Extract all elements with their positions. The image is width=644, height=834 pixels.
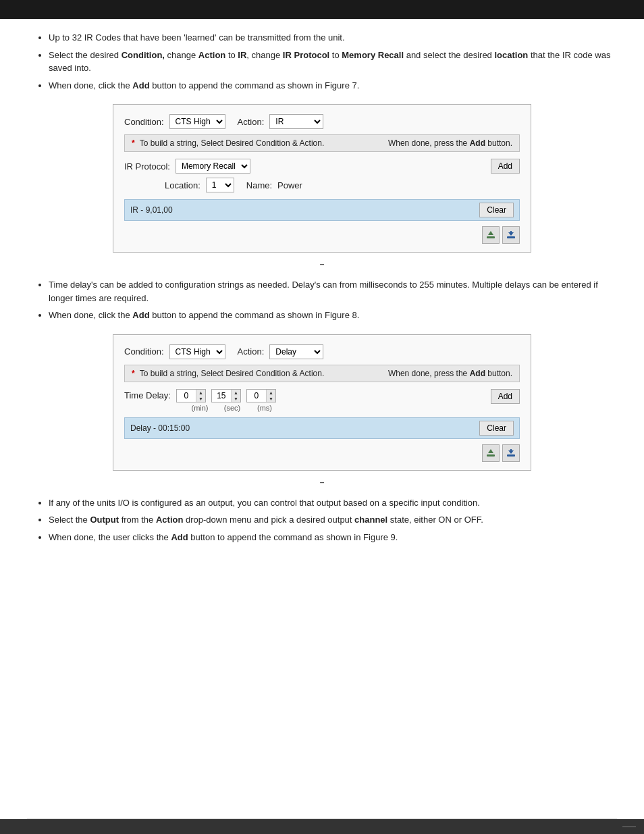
clear-button-2[interactable]: Clear xyxy=(479,421,514,436)
condition-select[interactable]: CTS High xyxy=(169,114,225,129)
main-content: Up to 32 IR Codes that have been 'learne… xyxy=(0,19,644,568)
sec-spinner[interactable]: ▲ ▼ xyxy=(211,389,241,402)
info-right-1: When done, press the Add button. xyxy=(388,138,512,148)
result-text-2: Delay - 00:15:00 xyxy=(130,423,190,433)
ir-protocol-label: IR Protocol: xyxy=(124,161,170,172)
location-name-row: Location: 1 Name: Power xyxy=(165,178,520,192)
sec-arrows: ▲ ▼ xyxy=(231,390,240,402)
time-delay-row: Time Delay: ▲ ▼ ▲ ▼ xyxy=(124,389,279,402)
name-label: Name: xyxy=(246,180,272,190)
info-text-1: * To build a string, Select Desired Cond… xyxy=(132,138,324,148)
info-bar-2: * To build a string, Select Desired Cond… xyxy=(124,365,520,382)
panel-1: Condition: CTS High Action: IR * To buil… xyxy=(113,104,531,253)
ms-spinner[interactable]: ▲ ▼ xyxy=(246,389,276,402)
svg-rect-9 xyxy=(510,449,512,453)
upload-icon-btn-1[interactable] xyxy=(482,226,500,244)
ms-up-arrow[interactable]: ▲ xyxy=(266,390,275,396)
upload-icon xyxy=(485,230,496,240)
action-select[interactable]: IR xyxy=(269,114,323,129)
result-row-1: IR - 9,01,00 Clear xyxy=(124,199,520,221)
min-spinner[interactable]: ▲ ▼ xyxy=(176,389,206,402)
download-icon xyxy=(506,230,516,240)
time-unit-labels: (min) (sec) (ms) xyxy=(185,404,279,412)
figure-label-1: – xyxy=(32,259,612,269)
bullet-item: When done, click the Add button to appen… xyxy=(49,309,612,322)
sec-down-arrow[interactable]: ▼ xyxy=(231,396,240,402)
panel-2: Condition: CTS High Action: Delay * To b… xyxy=(113,334,531,471)
star-icon: * xyxy=(132,138,135,148)
location-select[interactable]: 1 xyxy=(206,178,234,192)
figure-label-2: – xyxy=(32,477,612,487)
condition-select-2[interactable]: CTS High xyxy=(169,344,225,359)
page-bar xyxy=(0,819,644,834)
bullet-item: Time delay's can be added to configurati… xyxy=(49,278,612,305)
ms-input[interactable] xyxy=(247,391,266,400)
icon-row-2 xyxy=(124,444,520,462)
bullet-item: When done, click the Add button to appen… xyxy=(49,79,612,93)
info-text-2: * To build a string, Select Desired Cond… xyxy=(132,369,324,378)
condition-label-2: Condition: xyxy=(124,346,164,357)
add-button-1[interactable]: Add xyxy=(491,159,520,174)
condition-action-row: Condition: CTS High Action: IR xyxy=(124,114,520,129)
svg-rect-2 xyxy=(507,236,515,238)
star-icon-2: * xyxy=(132,369,135,378)
ms-arrows: ▲ ▼ xyxy=(266,390,275,402)
upload-icon-2 xyxy=(485,448,496,459)
time-delay-label: Time Delay: xyxy=(124,390,171,400)
svg-marker-1 xyxy=(488,231,493,235)
min-arrows: ▲ ▼ xyxy=(196,390,205,402)
top-bar xyxy=(0,0,644,19)
sec-input[interactable] xyxy=(212,391,231,400)
svg-rect-4 xyxy=(510,231,512,235)
result-row-2: Delay - 00:15:00 Clear xyxy=(124,417,520,439)
bottom-area xyxy=(0,818,644,834)
svg-rect-5 xyxy=(487,454,495,457)
name-value: Power xyxy=(277,180,302,190)
download-icon-btn-2[interactable] xyxy=(502,444,520,462)
condition-action-row-2: Condition: CTS High Action: Delay xyxy=(124,344,520,359)
bullet-item: When done, the user clicks the Add butto… xyxy=(49,531,612,544)
ir-protocol-select[interactable]: Memory Recall xyxy=(176,159,250,174)
ms-down-arrow[interactable]: ▼ xyxy=(266,396,275,402)
icon-row-1 xyxy=(124,226,520,244)
min-input[interactable] xyxy=(177,391,196,400)
min-down-arrow[interactable]: ▼ xyxy=(196,396,205,402)
time-delay-section: Time Delay: ▲ ▼ ▲ ▼ xyxy=(124,389,279,412)
bullet-list-3: If any of the units I/O is configured as… xyxy=(32,496,612,544)
ms-label: (ms) xyxy=(250,404,279,412)
bullet-list-1: Up to 32 IR Codes that have been 'learne… xyxy=(32,31,612,92)
bullet-item: Select the desired Condition, change Act… xyxy=(49,49,612,75)
info-bar-1: * To build a string, Select Desired Cond… xyxy=(124,134,520,152)
info-right-2: When done, press the Add button. xyxy=(388,369,512,378)
min-label: (min) xyxy=(185,404,215,412)
sec-up-arrow[interactable]: ▲ xyxy=(231,390,240,396)
bullet-item: Select the Output from the Action drop-d… xyxy=(49,513,612,527)
condition-label: Condition: xyxy=(124,117,164,127)
min-up-arrow[interactable]: ▲ xyxy=(196,390,205,396)
clear-button-1[interactable]: Clear xyxy=(479,203,514,217)
bullet-item: Up to 32 IR Codes that have been 'learne… xyxy=(49,31,612,45)
action-select-2[interactable]: Delay xyxy=(269,344,323,359)
sec-label: (sec) xyxy=(217,404,247,412)
bullet-item: If any of the units I/O is configured as… xyxy=(49,496,612,510)
bullet-list-2: Time delay's can be added to configurati… xyxy=(32,278,612,322)
location-label: Location: xyxy=(165,180,200,190)
download-icon-2 xyxy=(506,448,516,459)
page-number xyxy=(622,826,636,827)
result-text-1: IR - 9,01,00 xyxy=(130,205,173,215)
add-button-2[interactable]: Add xyxy=(491,389,520,404)
svg-rect-7 xyxy=(507,454,515,457)
action-label-2: Action: xyxy=(238,346,265,357)
upload-icon-btn-2[interactable] xyxy=(482,444,500,462)
download-icon-btn-1[interactable] xyxy=(502,226,520,244)
action-label: Action: xyxy=(238,117,265,127)
svg-rect-0 xyxy=(487,236,495,238)
ir-protocol-row: IR Protocol: Memory Recall Add xyxy=(124,159,520,174)
svg-marker-6 xyxy=(488,449,493,453)
